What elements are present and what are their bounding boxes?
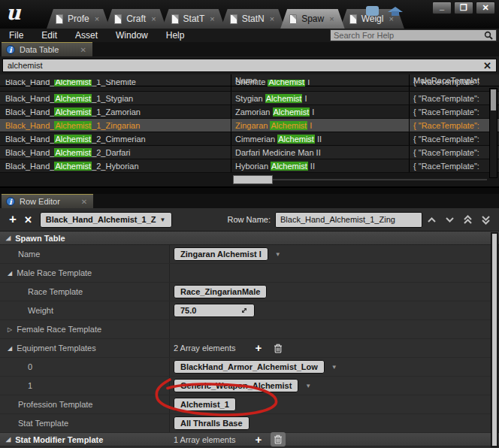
stat-template-field[interactable]: All Thralls Base <box>174 416 250 430</box>
add-element-icon[interactable]: + <box>256 343 262 353</box>
minimize-button[interactable]: _ <box>432 2 452 14</box>
table-row[interactable]: Black_Hand_Alchemist_2_CimmerianCimmeria… <box>0 132 499 146</box>
expanded-triangle-icon[interactable]: ◢ <box>8 270 12 277</box>
collapsed-triangle-icon[interactable]: ▷ <box>8 326 12 333</box>
row-name-input[interactable]: Black_Hand_Alchemist_1_Zing <box>275 212 422 228</box>
array-count: 2 Array elements <box>174 344 236 353</box>
0-field[interactable]: BlackHand_Armor_Alchemist_Low <box>174 360 325 374</box>
document-icon <box>230 14 237 24</box>
tab-row-editor[interactable]: i Row Editor ✕ <box>2 194 93 208</box>
row-select-dropdown[interactable]: Black_Hand_Alchemist_1_Z ▼ <box>40 212 172 228</box>
properties-vertical-scrollbar[interactable] <box>491 232 498 447</box>
cell-male-race-template: { "RaceTemplate": <box>410 119 499 132</box>
asset-tab-statt[interactable]: StatT× <box>162 9 225 29</box>
trash-icon[interactable] <box>274 434 283 444</box>
expanded-triangle-icon[interactable]: ◢ <box>8 345 12 352</box>
move-last-button[interactable] <box>476 211 494 228</box>
asset-tab-craft[interactable]: Craft× <box>105 9 166 29</box>
cell-name: Zingaran Alchemist I <box>231 119 410 132</box>
menu-asset[interactable]: Asset <box>66 29 107 42</box>
clear-filter-icon[interactable]: ✕ <box>483 60 491 71</box>
table-vertical-scrollbar[interactable] <box>489 88 497 178</box>
asset-tab-label: Craft <box>126 14 146 24</box>
table-row[interactable]: Black_Hand_Alchemist_1_ShemiteShemite Al… <box>0 86 499 92</box>
table-horizontal-scrollbar[interactable] <box>233 175 487 184</box>
close-icon[interactable]: ✕ <box>80 46 86 54</box>
scrollbar-thumb[interactable] <box>233 175 273 184</box>
feedback-chat-icon[interactable] <box>366 6 379 16</box>
asset-tab-label: Spaw <box>301 14 324 24</box>
property-grid: ◢Spawn TableNameZingaran Alchemist I▼◢Ma… <box>0 232 499 448</box>
menu-window[interactable]: Window <box>107 29 157 42</box>
property-label: Name <box>18 250 40 259</box>
expanded-triangle-icon[interactable]: ◢ <box>6 235 11 241</box>
add-element-icon[interactable]: + <box>256 434 262 445</box>
match-highlight: Alchemist <box>54 107 92 117</box>
move-down-button[interactable] <box>440 211 458 228</box>
chevron-down-icon[interactable]: ▼ <box>331 364 337 371</box>
document-icon <box>56 14 63 24</box>
close-icon[interactable]: ✕ <box>81 198 87 206</box>
help-search-input[interactable]: Search For Help <box>330 29 497 41</box>
property-label: Equipment Templates <box>17 344 96 353</box>
close-icon[interactable]: × <box>270 15 274 23</box>
add-row-button[interactable]: + <box>9 212 17 227</box>
property-0: 0BlackHand_Armor_Alchemist_Low▼ <box>0 358 499 377</box>
maximize-button[interactable]: ❒ <box>454 2 473 14</box>
scrollbar-thumb[interactable] <box>491 89 496 110</box>
property-label: Profession Template <box>18 400 92 409</box>
delete-row-button[interactable]: ✕ <box>24 214 32 226</box>
menu-help[interactable]: Help <box>157 29 194 42</box>
cell-male-race-template: { "RaceTemplate": <box>410 105 499 118</box>
menu-edit[interactable]: Edit <box>32 29 66 42</box>
scrollbar-thumb[interactable] <box>492 234 497 446</box>
table-row[interactable]: Black_Hand_Alchemist_2_DarfariDarfari Me… <box>0 146 499 159</box>
chevron-down-icon[interactable]: ▼ <box>275 251 281 258</box>
category-spawn-table[interactable]: ◢Spawn Table <box>0 232 499 245</box>
drag-corner-icon[interactable] <box>240 307 248 314</box>
match-highlight: Alchemist <box>273 107 310 117</box>
name-field[interactable]: Zingaran Alchemist I <box>174 247 268 261</box>
cell-name: Stygian Alchemist I <box>231 92 410 104</box>
cell-row-name: Black_Hand_Alchemist_1_Zingarian <box>0 119 231 132</box>
row-editor-tab-strip: i Row Editor ✕ <box>0 194 499 208</box>
profession-template-field[interactable]: Alchemist_1 <box>174 398 236 411</box>
tab-data-table[interactable]: i Data Table ✕ <box>2 42 92 56</box>
category-label: Spawn Table <box>15 234 65 243</box>
info-icon: i <box>6 45 15 54</box>
tutorial-cap-icon[interactable] <box>388 6 403 17</box>
title-bar: u Profe×Craft×StatT×StatN×Spaw×Weigl× _ … <box>0 0 499 29</box>
asset-tab-statn[interactable]: StatN× <box>221 9 285 29</box>
1-field[interactable]: Generic_Weapon_Alchemist <box>174 379 298 392</box>
expanded-triangle-icon[interactable]: ◢ <box>6 436 11 443</box>
asset-tab-label: StatN <box>242 14 265 24</box>
close-icon[interactable]: × <box>151 15 156 23</box>
move-up-button[interactable] <box>422 211 440 228</box>
trash-icon[interactable] <box>274 344 283 353</box>
menu-file[interactable]: File <box>0 29 32 42</box>
chevron-down-icon[interactable]: ▼ <box>305 383 311 389</box>
asset-tab-spaw[interactable]: Spaw× <box>280 9 344 29</box>
table-row[interactable]: Black_Hand_Alchemist_1_ZingarianZingaran… <box>0 119 499 132</box>
chevron-down-icon: ▼ <box>160 216 166 223</box>
move-first-button[interactable] <box>458 211 476 228</box>
table-row[interactable]: Black_Hand_Alchemist_1_ZamorianZamorian … <box>0 105 499 119</box>
property-label: Male Race Template <box>17 268 92 277</box>
race-template-field[interactable]: Race_ZingarianMale <box>174 285 267 298</box>
close-icon[interactable]: × <box>210 15 214 23</box>
table-row[interactable]: Black_Hand_Alchemist_2_HyborianHyborian … <box>0 159 499 173</box>
property-group-female-race-template: ▷Female Race Template <box>0 320 499 339</box>
table-row[interactable]: Black_Hand_Alchemist_1_StygianStygian Al… <box>0 92 499 105</box>
asset-tab-profe[interactable]: Profe× <box>47 9 110 29</box>
field-value: Generic_Weapon_Alchemist <box>180 381 292 390</box>
weight-field[interactable]: 75.0 <box>174 304 255 317</box>
help-search-placeholder: Search For Help <box>334 31 484 40</box>
property-name: NameZingaran Alchemist I▼ <box>0 245 499 264</box>
data-table-tab-label: Data Table <box>20 45 59 54</box>
field-value: Zingaran Alchemist I <box>180 250 262 259</box>
close-icon[interactable]: × <box>95 15 99 23</box>
match-highlight: Alchemist <box>54 148 92 157</box>
table-filter-input[interactable]: alchemist ✕ <box>2 59 497 72</box>
close-button[interactable]: ✕ <box>476 2 495 14</box>
close-icon[interactable]: × <box>329 15 334 23</box>
